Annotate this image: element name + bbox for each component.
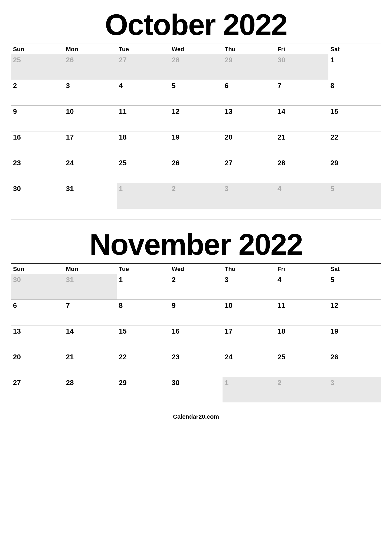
table-row: 13	[11, 325, 64, 351]
table-row: 18	[117, 131, 169, 157]
table-row: 3	[64, 80, 116, 106]
table-row: 18	[275, 325, 328, 351]
table-row: 19	[169, 131, 222, 157]
table-row: 1	[117, 183, 169, 209]
table-row: 13	[223, 106, 275, 131]
table-row: 3	[328, 377, 381, 402]
col-sun-nov: Sun	[11, 264, 64, 274]
section-divider	[11, 220, 381, 220]
table-row: 4	[275, 274, 328, 299]
table-row: 2	[275, 377, 328, 402]
table-row: 16	[169, 325, 222, 351]
table-row: 3	[223, 183, 275, 209]
table-row: 25	[275, 351, 328, 377]
table-row: 7	[275, 80, 328, 106]
table-row: 17	[223, 325, 275, 351]
table-row: 2	[169, 274, 222, 299]
table-row: 29	[328, 157, 381, 183]
table-row: 3	[223, 274, 275, 299]
table-row: 23	[11, 157, 64, 183]
table-row: 6	[11, 299, 64, 325]
table-row: 30	[169, 377, 222, 402]
table-row: 8	[117, 299, 169, 325]
table-row: 29	[223, 54, 275, 80]
col-wed-nov: Wed	[169, 264, 222, 274]
col-mon-nov: Mon	[64, 264, 116, 274]
october-title: October 2022	[11, 8, 381, 41]
table-row: 23	[169, 351, 222, 377]
table-row: 31	[64, 183, 116, 209]
table-row: 12	[169, 106, 222, 131]
col-thu-nov: Thu	[223, 264, 275, 274]
col-fri-oct: Fri	[275, 44, 328, 54]
col-sat-oct: Sat	[328, 44, 381, 54]
col-sun-oct: Sun	[11, 44, 64, 54]
col-thu-oct: Thu	[223, 44, 275, 54]
table-row: 27	[117, 54, 169, 80]
col-tue-nov: Tue	[117, 264, 169, 274]
table-row: 1	[223, 377, 275, 402]
table-row: 7	[64, 299, 116, 325]
table-row: 4	[117, 80, 169, 106]
table-row: 30	[11, 183, 64, 209]
table-row: 15	[328, 106, 381, 131]
footer: Calendar20.com	[11, 413, 381, 423]
table-row: 29	[117, 377, 169, 402]
table-row: 26	[169, 157, 222, 183]
table-row: 2	[169, 183, 222, 209]
table-row: 1	[117, 274, 169, 299]
table-row: 14	[64, 325, 116, 351]
table-row: 30	[275, 54, 328, 80]
table-row: 20	[11, 351, 64, 377]
table-row: 9	[169, 299, 222, 325]
table-row: 10	[64, 106, 116, 131]
october-calendar: October 2022 Sun Mon Tue Wed Thu Fri Sat…	[11, 8, 381, 209]
table-row: 30	[11, 274, 64, 299]
col-sat-nov: Sat	[328, 264, 381, 274]
table-row: 2	[11, 80, 64, 106]
table-row: 31	[64, 274, 116, 299]
table-row: 22	[117, 351, 169, 377]
table-row: 17	[64, 131, 116, 157]
table-row: 27	[11, 377, 64, 402]
col-mon-oct: Mon	[64, 44, 116, 54]
table-row: 27	[223, 157, 275, 183]
table-row: 25	[117, 157, 169, 183]
table-row: 15	[117, 325, 169, 351]
table-row: 5	[328, 183, 381, 209]
table-row: 11	[117, 106, 169, 131]
table-row: 26	[328, 351, 381, 377]
november-calendar: November 2022 Sun Mon Tue Wed Thu Fri Sa…	[11, 228, 381, 403]
col-wed-oct: Wed	[169, 44, 222, 54]
october-grid: Sun Mon Tue Wed Thu Fri Sat 252627282930…	[11, 44, 381, 209]
footer-label: Calendar20.com	[173, 413, 219, 420]
table-row: 21	[275, 131, 328, 157]
table-row: 11	[275, 299, 328, 325]
table-row: 25	[11, 54, 64, 80]
table-row: 21	[64, 351, 116, 377]
table-row: 28	[275, 157, 328, 183]
col-fri-nov: Fri	[275, 264, 328, 274]
november-title: November 2022	[11, 228, 381, 261]
table-row: 24	[223, 351, 275, 377]
table-row: 24	[64, 157, 116, 183]
table-row: 4	[275, 183, 328, 209]
table-row: 12	[328, 299, 381, 325]
table-row: 28	[64, 377, 116, 402]
col-tue-oct: Tue	[117, 44, 169, 54]
table-row: 20	[223, 131, 275, 157]
table-row: 5	[169, 80, 222, 106]
table-row: 1	[328, 54, 381, 80]
table-row: 6	[223, 80, 275, 106]
table-row: 14	[275, 106, 328, 131]
table-row: 8	[328, 80, 381, 106]
table-row: 5	[328, 274, 381, 299]
table-row: 28	[169, 54, 222, 80]
table-row: 9	[11, 106, 64, 131]
table-row: 19	[328, 325, 381, 351]
table-row: 22	[328, 131, 381, 157]
november-grid: Sun Mon Tue Wed Thu Fri Sat 303112345678…	[11, 263, 381, 403]
table-row: 16	[11, 131, 64, 157]
table-row: 10	[223, 299, 275, 325]
table-row: 26	[64, 54, 116, 80]
